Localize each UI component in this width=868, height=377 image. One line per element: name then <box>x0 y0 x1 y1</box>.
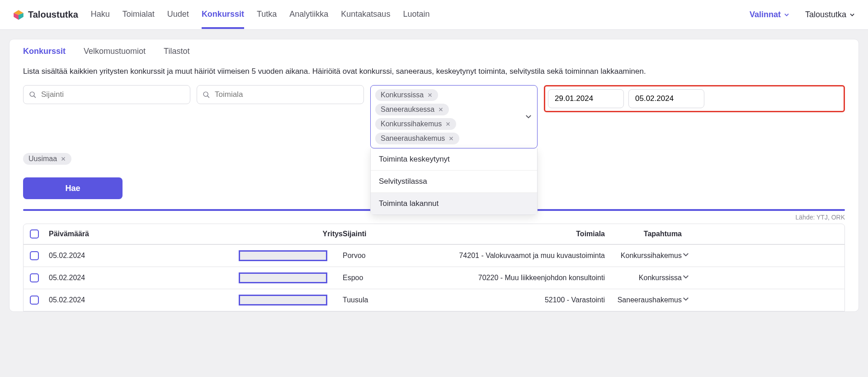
status-chip: Saneeraushakemus <box>375 133 459 144</box>
redacted-company <box>239 272 327 283</box>
cell-company <box>239 250 343 261</box>
account-label: Taloustutka <box>805 10 846 19</box>
remove-icon[interactable] <box>61 156 66 162</box>
status-option[interactable]: Toiminta lakannut <box>371 192 537 215</box>
th-industry: Toimiala <box>433 230 605 238</box>
nav-item-tutka[interactable]: Tutka <box>257 0 277 29</box>
cell-location: Porvoo <box>343 252 433 260</box>
expand-icon[interactable] <box>682 251 690 259</box>
cell-company <box>239 272 343 283</box>
status-chip: Konkurssissa <box>375 89 438 101</box>
th-event: Tapahtuma <box>605 230 682 238</box>
expand-icon[interactable] <box>682 295 690 303</box>
svg-point-0 <box>30 92 34 96</box>
search-button[interactable]: Hae <box>23 177 123 199</box>
chip-label: Konkurssihakemus <box>381 120 442 128</box>
cell-date: 05.02.2024 <box>49 296 239 304</box>
status-dropdown: Toiminta keskeytynytSelvitystilassaToimi… <box>370 148 538 215</box>
status-option[interactable]: Toiminta keskeytynyt <box>371 148 537 170</box>
table-row: 05.02.2024 Espoo 70220 - Muu liikkeenjoh… <box>24 267 844 289</box>
subtab-tilastot[interactable]: Tilastot <box>164 47 189 56</box>
remove-icon[interactable] <box>427 92 433 98</box>
cell-event: Saneeraushakemus <box>605 296 682 304</box>
brand-name: Taloustutka <box>28 10 78 20</box>
filters-row: KonkurssissaSaneerauksessaKonkurssihakem… <box>9 85 859 148</box>
date-to-input[interactable] <box>628 89 704 108</box>
topbar: Taloustutka HakuToimialatUudetKonkurssit… <box>0 0 868 30</box>
row-checkbox[interactable] <box>30 273 39 282</box>
table-row: 05.02.2024 Tuusula 52100 - Varastointi S… <box>24 289 844 311</box>
chevron-down-icon <box>849 12 855 18</box>
chip-label: Saneeraushakemus <box>381 134 445 143</box>
svg-line-3 <box>208 95 209 97</box>
cell-location: Espoo <box>343 274 433 282</box>
svg-point-2 <box>203 92 208 96</box>
expand-icon[interactable] <box>682 273 690 281</box>
redacted-company <box>239 295 327 305</box>
location-input[interactable] <box>41 90 184 99</box>
chip-label: Saneerauksessa <box>381 105 434 114</box>
nav-item-analytiikka[interactable]: Analytiikka <box>289 0 328 29</box>
valinnat-menu[interactable]: Valinnat <box>750 10 790 19</box>
valinnat-label: Valinnat <box>750 10 781 19</box>
page-card: KonkurssitVelkomustuomiotTilastot Lista … <box>9 39 859 312</box>
row-checkbox[interactable] <box>30 296 39 305</box>
page-description: Lista sisältää kaikkien yritysten konkur… <box>9 62 859 85</box>
date-from-input[interactable] <box>548 89 624 108</box>
nav-item-uudet[interactable]: Uudet <box>167 0 189 29</box>
nav-item-toimialat[interactable]: Toimialat <box>123 0 155 29</box>
cell-event: Konkurssihakemus <box>605 252 682 260</box>
status-chip: Konkurssihakemus <box>375 118 456 130</box>
cell-industry: 52100 - Varastointi <box>433 296 605 304</box>
cell-date: 05.02.2024 <box>49 252 239 260</box>
remove-icon[interactable] <box>448 136 454 141</box>
chevron-down-icon <box>783 12 790 18</box>
search-icon <box>203 91 210 99</box>
account-menu[interactable]: Taloustutka <box>805 10 855 19</box>
brand-logo[interactable]: Taloustutka <box>13 9 78 21</box>
cell-date: 05.02.2024 <box>49 274 239 282</box>
date-range-group <box>544 85 845 112</box>
select-all-checkbox[interactable] <box>30 229 39 239</box>
th-date: Päivämäärä <box>49 230 239 238</box>
th-company: Yritys <box>239 230 343 238</box>
results-table: Päivämäärä Yritys Sijainti Toimiala Tapa… <box>23 224 845 311</box>
cell-company <box>239 295 343 305</box>
subtabs: KonkurssitVelkomustuomiotTilastot <box>9 39 859 62</box>
industry-field[interactable] <box>197 85 364 104</box>
row-checkbox[interactable] <box>30 251 39 260</box>
chip-label: Konkurssissa <box>381 91 424 99</box>
industry-input[interactable] <box>215 90 358 99</box>
table-row: 05.02.2024 Porvoo 74201 - Valokuvaamot j… <box>24 244 844 267</box>
svg-line-1 <box>34 95 36 97</box>
subtab-konkurssit[interactable]: Konkurssit <box>23 47 66 56</box>
status-chips: KonkurssissaSaneerauksessaKonkurssihakem… <box>375 89 459 144</box>
nav-item-luotain[interactable]: Luotain <box>403 0 429 29</box>
status-field-wrapper: KonkurssissaSaneerauksessaKonkurssihakem… <box>370 85 538 148</box>
chevron-down-icon[interactable] <box>524 113 533 121</box>
chip-label: Uusimaa <box>28 155 57 163</box>
th-location: Sijainti <box>343 230 433 238</box>
status-option[interactable]: Selvitystilassa <box>371 170 537 192</box>
nav-item-kuntakatsaus[interactable]: Kuntakatsaus <box>341 0 390 29</box>
cell-industry: 74201 - Valokuvaamot ja muu kuvaustoimin… <box>433 252 605 260</box>
remove-icon[interactable] <box>438 107 443 112</box>
status-multiselect[interactable]: KonkurssissaSaneerauksessaKonkurssihakem… <box>370 85 538 148</box>
logo-icon <box>13 9 24 21</box>
source-label: Lähde: YTJ, ORK <box>9 214 859 224</box>
location-chip: Uusimaa <box>23 153 71 165</box>
subtab-velkomustuomiot[interactable]: Velkomustuomiot <box>84 47 146 56</box>
table-header: Päivämäärä Yritys Sijainti Toimiala Tapa… <box>24 224 844 244</box>
search-icon <box>29 91 37 99</box>
redacted-company <box>239 250 327 261</box>
main-nav: HakuToimialatUudetKonkurssitTutkaAnalyti… <box>91 0 750 29</box>
status-chip: Saneerauksessa <box>375 104 449 115</box>
remove-icon[interactable] <box>445 121 451 127</box>
cell-industry: 70220 - Muu liikkeenjohdon konsultointi <box>433 274 605 282</box>
cell-location: Tuusula <box>343 296 433 304</box>
nav-right: Valinnat Taloustutka <box>750 10 855 19</box>
nav-item-konkurssit[interactable]: Konkurssit <box>202 0 244 29</box>
nav-item-haku[interactable]: Haku <box>91 0 110 29</box>
location-field[interactable] <box>23 85 190 104</box>
cell-event: Konkurssissa <box>605 274 682 282</box>
